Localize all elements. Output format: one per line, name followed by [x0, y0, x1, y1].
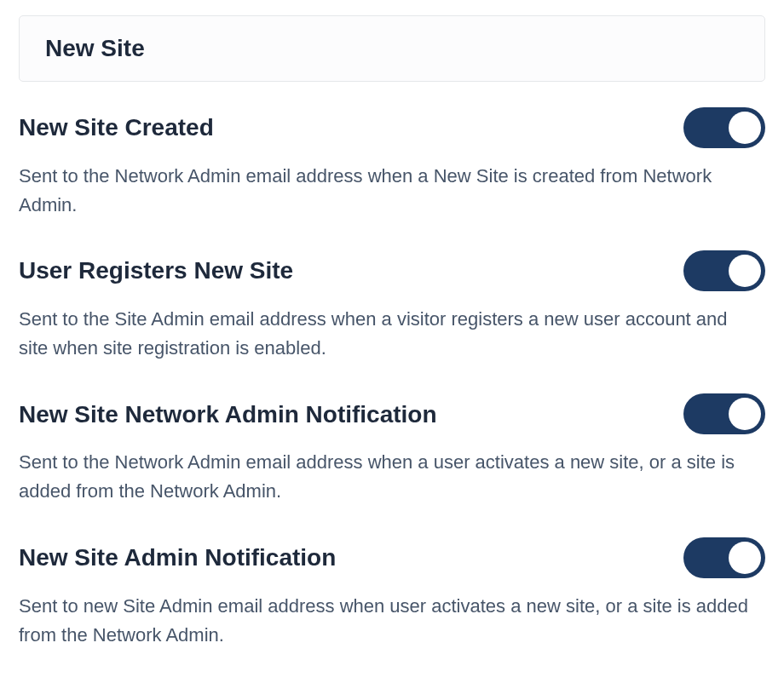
settings-page: New Site New Site Created Sent to the Ne…	[0, 0, 784, 683]
setting-description: Sent to the Network Admin email address …	[19, 162, 752, 220]
setting-description: Sent to the Network Admin email address …	[19, 448, 752, 506]
section-header: New Site	[19, 15, 765, 82]
setting-head: New Site Admin Notification	[19, 537, 765, 578]
setting-title: New Site Network Admin Notification	[19, 400, 437, 429]
toggle-new-site-admin-notification[interactable]	[683, 537, 765, 578]
toggle-knob	[729, 542, 761, 574]
setting-new-site-network-admin-notification: New Site Network Admin Notification Sent…	[19, 393, 765, 506]
toggle-knob	[729, 112, 761, 144]
setting-description: Sent to the Site Admin email address whe…	[19, 305, 752, 363]
section-title: New Site	[45, 35, 739, 62]
setting-new-site-admin-notification: New Site Admin Notification Sent to new …	[19, 537, 765, 650]
setting-new-site-created: New Site Created Sent to the Network Adm…	[19, 107, 765, 220]
setting-description: Sent to new Site Admin email address whe…	[19, 592, 752, 650]
toggle-knob	[729, 398, 761, 430]
setting-user-registers-new-site: User Registers New Site Sent to the Site…	[19, 250, 765, 363]
setting-title: New Site Admin Notification	[19, 543, 336, 572]
setting-head: New Site Network Admin Notification	[19, 393, 765, 434]
setting-head: User Registers New Site	[19, 250, 765, 291]
toggle-knob	[729, 255, 761, 287]
setting-head: New Site Created	[19, 107, 765, 148]
setting-title: New Site Created	[19, 113, 214, 142]
toggle-new-site-created[interactable]	[683, 107, 765, 148]
toggle-new-site-network-admin-notification[interactable]	[683, 393, 765, 434]
toggle-user-registers-new-site[interactable]	[683, 250, 765, 291]
setting-title: User Registers New Site	[19, 256, 293, 285]
